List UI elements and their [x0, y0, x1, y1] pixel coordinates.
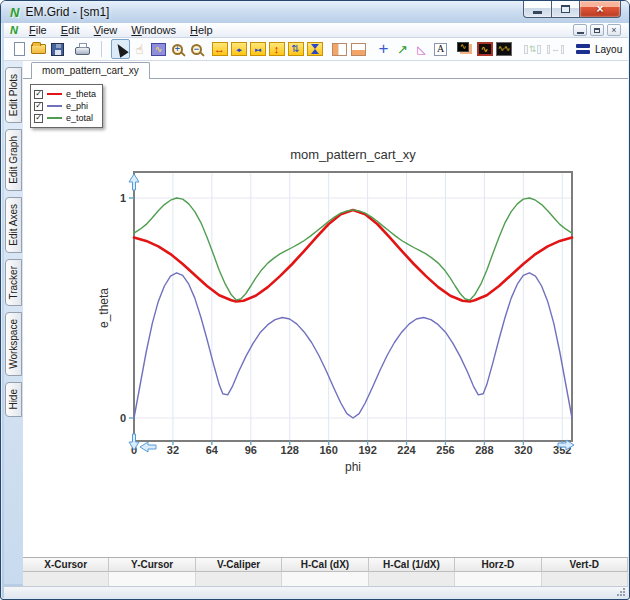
plot-legend: ✓e_theta✓e_phi✓e_total — [30, 84, 103, 128]
sidebar-tab-edit-axes[interactable]: Edit Axes — [5, 197, 22, 253]
status-value-cell — [369, 572, 455, 587]
tab-mom-pattern-cart-xy[interactable]: mom_pattern_cart_xy — [31, 62, 150, 79]
status-column-horz-d: Horz-D — [455, 558, 541, 572]
equalize-horizontal-icon: ↔ — [546, 39, 565, 59]
pan-y-icon[interactable]: ⇅ — [286, 39, 305, 59]
legend-label: e_total — [66, 113, 93, 123]
zoom-in-icon[interactable]: + — [168, 39, 187, 59]
legend-checkbox-e_theta[interactable]: ✓ — [34, 90, 43, 99]
sidebar-tab-edit-plots[interactable]: Edit Plots — [5, 67, 22, 123]
shrink-x-icon[interactable]: ▸◂ — [248, 39, 267, 59]
app-logo-small-icon: N — [10, 25, 18, 36]
status-value-cell — [109, 572, 195, 587]
equalize-vertical-icon: ⇅ — [523, 39, 542, 59]
zoom-box-icon[interactable]: ∿ — [149, 39, 168, 59]
mdi-restore-button[interactable] — [590, 24, 604, 36]
y-tick-label: 0 — [120, 412, 126, 424]
sidebar-tab-tracker[interactable]: Tracker — [5, 259, 22, 307]
text-annotation-icon[interactable]: A — [431, 39, 450, 59]
legend-checkbox-e_total[interactable]: ✓ — [34, 114, 43, 123]
plot-window-icon[interactable]: ∿ — [475, 39, 494, 59]
sidebar-tab-strip: Edit PlotsEdit GraphEdit AxesTrackerWork… — [4, 61, 23, 584]
chart-canvas: 032649612816019222425628832035201mom_pat… — [96, 141, 601, 476]
zoom-out-icon[interactable]: − — [187, 39, 206, 59]
multi-plot-icon[interactable]: ∿∿ — [494, 39, 513, 59]
legend-line-sample — [47, 105, 62, 107]
axes-tool-icon[interactable]: ↗ — [393, 39, 412, 59]
copy-plot-icon[interactable]: ∿ — [456, 39, 475, 59]
x-tick-label: 192 — [358, 444, 376, 456]
toolbar-separator — [92, 39, 111, 59]
split-columns-icon[interactable] — [330, 39, 349, 59]
series-e_total — [134, 198, 572, 300]
sidebar-tab-workspace[interactable]: Workspace — [5, 312, 22, 376]
pan-hand-icon[interactable]: ☝ — [130, 39, 149, 59]
chart-title: mom_pattern_cart_xy — [290, 147, 416, 162]
mdi-close-button[interactable]: × — [607, 24, 621, 36]
legend-line-sample — [47, 117, 62, 119]
x-tick-label: 288 — [475, 444, 493, 456]
status-column-x-cursor: X-Cursor — [23, 558, 109, 572]
status-value-cell — [542, 572, 628, 587]
maximize-button[interactable] — [552, 1, 579, 18]
pointer-tool-icon[interactable] — [111, 39, 130, 59]
minimize-button[interactable] — [523, 1, 552, 18]
legend-label: e_phi — [66, 101, 88, 111]
menu-view[interactable]: View — [87, 24, 125, 36]
resize-grip[interactable] — [616, 587, 626, 597]
x-tick-label: 96 — [245, 444, 257, 456]
legend-checkbox-e_phi[interactable]: ✓ — [34, 102, 43, 111]
status-value-cell — [455, 572, 541, 587]
save-icon[interactable] — [48, 39, 67, 59]
menu-file[interactable]: File — [22, 24, 54, 36]
status-value-cell — [196, 572, 282, 587]
cursor-readout-table: X-CursorY-CursorV-CaliperH-Cal (dX)H-Cal… — [23, 557, 628, 586]
close-button[interactable]: × — [579, 1, 621, 18]
mdi-minimize-button[interactable] — [573, 24, 587, 36]
x-tick-label: 224 — [397, 444, 416, 456]
status-column-h-cal-dx-: H-Cal (dX) — [282, 558, 368, 572]
status-column-v-caliper: V-Caliper — [196, 558, 282, 572]
series-e_phi — [134, 273, 572, 418]
series-e_theta — [134, 210, 572, 301]
legend-line-sample — [47, 93, 62, 95]
x-tick-label: 320 — [514, 444, 532, 456]
axis-pan-left-arrow-icon[interactable] — [140, 442, 156, 452]
window-title: EM.Grid - [sm1] — [25, 5, 109, 19]
status-column-vert-d: Vert-D — [542, 558, 628, 572]
legend-label: e_theta — [66, 89, 96, 99]
sidebar-tab-hide[interactable]: Hide — [5, 382, 22, 417]
sidebar-tab-edit-graph[interactable]: Edit Graph — [5, 129, 22, 191]
expand-x-icon[interactable]: ↔ — [210, 39, 229, 59]
toolbar: ☝∿+−↔◂▸▸◂↕⇅+↗◺A∿∿∿∿⇅↔Layou — [4, 38, 628, 61]
status-value-cell — [23, 572, 109, 587]
shrink-y-icon[interactable] — [305, 39, 324, 59]
new-document-icon[interactable] — [10, 39, 29, 59]
document-tab-bar: mom_pattern_cart_xy — [23, 61, 628, 79]
x-tick-label: 160 — [319, 444, 337, 456]
pan-x-icon[interactable]: ◂▸ — [229, 39, 248, 59]
expand-y-icon[interactable]: ↕ — [267, 39, 286, 59]
axis-pan-up-arrow-icon[interactable] — [129, 174, 139, 190]
status-column-y-cursor: Y-Cursor — [109, 558, 195, 572]
menu-edit[interactable]: Edit — [54, 24, 87, 36]
title-bar: N EM.Grid - [sm1] × — [1, 1, 629, 23]
angle-tool-icon[interactable]: ◺ — [412, 39, 431, 59]
y-axis-label: e_theta — [97, 288, 111, 328]
menu-windows[interactable]: Windows — [124, 24, 183, 36]
x-axis-label: phi — [345, 460, 361, 474]
app-window: N EM.Grid - [sm1] × N File Edit View Win… — [0, 0, 630, 600]
layout-icon[interactable] — [573, 39, 592, 59]
legend-item-e_theta: ✓e_theta — [34, 88, 96, 100]
status-value-cell — [282, 572, 368, 587]
menu-help[interactable]: Help — [183, 24, 220, 36]
split-rows-icon[interactable] — [349, 39, 368, 59]
layout-label[interactable]: Layou — [595, 44, 622, 55]
add-marker-icon[interactable]: + — [374, 39, 393, 59]
plot-border — [134, 172, 572, 441]
open-file-icon[interactable] — [29, 39, 48, 59]
print-icon[interactable] — [73, 39, 92, 59]
legend-item-e_total: ✓e_total — [34, 112, 96, 124]
x-tick-label: 32 — [167, 444, 179, 456]
app-logo-icon: N — [10, 6, 19, 19]
